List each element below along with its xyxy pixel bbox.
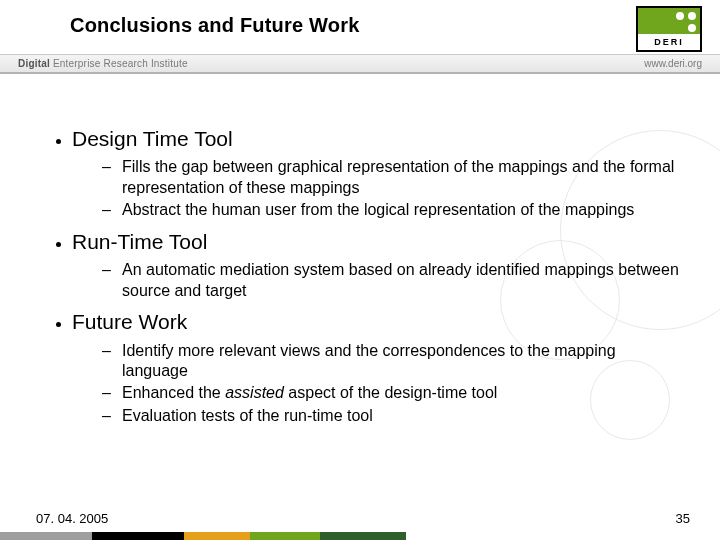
sub-item: Abstract the human user from the logical… <box>102 200 684 220</box>
footer: 07. 04. 2005 35 <box>0 502 720 540</box>
sub-list: Identify more relevant views and the cor… <box>72 341 684 427</box>
header: Conclusions and Future Work DERI <box>0 0 720 54</box>
institute-name: Digital Enterprise Research Institute <box>18 58 188 69</box>
section-title: Run-Time Tool <box>72 230 207 253</box>
subheader-bar: Digital Enterprise Research Institute ww… <box>0 54 720 74</box>
slide: Conclusions and Future Work DERI Digital… <box>0 0 720 540</box>
sub-item: Enhanced the assisted aspect of the desi… <box>102 383 684 403</box>
sub-list: An automatic mediation system based on a… <box>72 260 684 301</box>
deri-logo: DERI <box>636 6 702 52</box>
bullet-list: Design Time Tool Fills the gap between g… <box>36 124 684 426</box>
sub-list: Fills the gap between graphical represen… <box>72 157 684 220</box>
sub-item: Evaluation tests of the run-time tool <box>102 406 684 426</box>
list-item: Design Time Tool Fills the gap between g… <box>72 124 684 221</box>
sub-item: Fills the gap between graphical represen… <box>102 157 684 198</box>
section-title: Design Time Tool <box>72 127 233 150</box>
section-title: Future Work <box>72 310 187 333</box>
logo-icon <box>638 8 700 34</box>
sub-item: Identify more relevant views and the cor… <box>102 341 684 382</box>
page-number: 35 <box>676 511 690 526</box>
website-url: www.deri.org <box>644 58 702 69</box>
footer-date: 07. 04. 2005 <box>36 511 108 526</box>
footer-stripe <box>0 532 406 540</box>
logo-text: DERI <box>638 34 700 50</box>
slide-title: Conclusions and Future Work <box>70 14 360 37</box>
sub-item: An automatic mediation system based on a… <box>102 260 684 301</box>
